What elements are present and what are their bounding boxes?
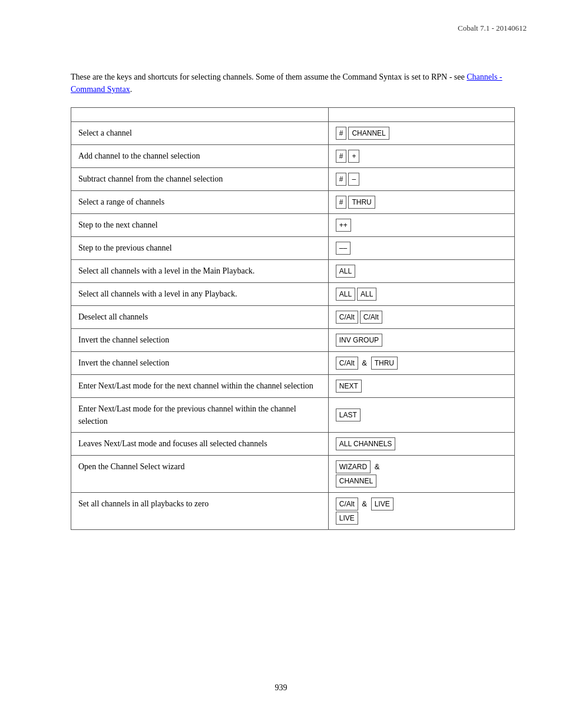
table-row: Select a channel#CHANNEL: [71, 122, 515, 145]
key-label: –: [348, 173, 359, 186]
key-label: ALL: [357, 288, 376, 301]
table-row: Step to the previous channel––: [71, 237, 515, 260]
row-keys: #CHANNEL: [328, 122, 514, 145]
table-row: Subtract channel from the channel select…: [71, 168, 515, 191]
key-label: THRU: [371, 357, 398, 370]
intro-text-end: .: [130, 85, 133, 94]
key-label: LAST: [336, 409, 361, 421]
table-row: Add channel to the channel selection#+: [71, 145, 515, 168]
key-label: #: [336, 196, 347, 209]
table-row: Leaves Next/Last mode and focuses all se…: [71, 433, 515, 456]
row-description: Step to the next channel: [71, 214, 329, 237]
table-row: Enter Next/Last mode for the next channe…: [71, 375, 515, 398]
row-keys: ALL: [328, 260, 514, 283]
row-description: Enter Next/Last mode for the next channe…: [71, 375, 329, 398]
row-description: Select a channel: [71, 122, 329, 145]
row-keys: #+: [328, 145, 514, 168]
table-row: Select all channels with a level in the …: [71, 260, 515, 283]
row-description: Select all channels with a level in any …: [71, 283, 329, 306]
key-label: +: [348, 150, 359, 163]
row-keys: C/AltC/Alt: [328, 306, 514, 329]
key-label: C/Alt: [336, 357, 358, 370]
key-separator: &: [360, 498, 369, 510]
table-row: Select all channels with a level in any …: [71, 283, 515, 306]
intro-text-before: These are the keys and shortcuts for sel…: [71, 73, 467, 81]
row-description: Set all channels in all playbacks to zer…: [71, 493, 329, 530]
row-keys: #THRU: [328, 191, 514, 214]
table-row: Set all channels in all playbacks to zer…: [71, 493, 515, 530]
key-label: CHANNEL: [348, 127, 389, 140]
row-keys: #–: [328, 168, 514, 191]
row-keys: NEXT: [328, 375, 514, 398]
key-label: ––: [336, 242, 351, 255]
row-description: Add channel to the channel selection: [71, 145, 329, 168]
key-label: ALL CHANNELS: [336, 437, 396, 450]
row-keys: ALLALL: [328, 283, 514, 306]
row-description: Select all channels with a level in the …: [71, 260, 329, 283]
page-header: Cobalt 7.1 - 20140612: [458, 24, 527, 33]
key-label: C/Alt: [336, 311, 358, 324]
table-row: Select a range of channels#THRU: [71, 191, 515, 214]
row-keys: ALL CHANNELS: [328, 433, 514, 456]
row-description: Leaves Next/Last mode and focuses all se…: [71, 433, 329, 456]
row-description: Deselect all channels: [71, 306, 329, 329]
page-content: These are the keys and shortcuts for sel…: [71, 71, 515, 530]
key-separator: &: [360, 357, 369, 369]
key-label: INV GROUP: [336, 334, 382, 347]
row-description: Invert the channel selection: [71, 329, 329, 352]
row-description: Open the Channel Select wizard: [71, 456, 329, 493]
row-keys: LAST: [328, 398, 514, 433]
row-keys: C/Alt & THRU: [328, 352, 514, 375]
row-description: Subtract channel from the channel select…: [71, 168, 329, 191]
page-number: 939: [0, 683, 562, 693]
row-description: Enter Next/Last mode for the previous ch…: [71, 398, 329, 433]
table-header-row: [71, 108, 515, 122]
header-title: Cobalt 7.1 - 20140612: [458, 24, 527, 32]
col-header-keys: [328, 108, 514, 122]
key-label: #: [336, 150, 347, 163]
key-label: WIZARD: [336, 460, 371, 473]
key-label: C/Alt: [336, 498, 358, 510]
row-keys: WIZARD & CHANNEL: [328, 456, 514, 493]
table-row: Invert the channel selectionC/Alt & THRU: [71, 352, 515, 375]
row-description: Step to the previous channel: [71, 237, 329, 260]
key-label: THRU: [348, 196, 375, 209]
key-label: CHANNEL: [336, 475, 376, 487]
row-description: Invert the channel selection: [71, 352, 329, 375]
row-keys: ++: [328, 214, 514, 237]
key-label: ++: [336, 219, 351, 232]
table-row: Step to the next channel++: [71, 214, 515, 237]
key-label: LIVE: [371, 498, 394, 510]
key-label: #: [336, 173, 347, 186]
key-label: C/Alt: [360, 311, 382, 324]
key-separator: &: [372, 461, 382, 473]
intro-paragraph: These are the keys and shortcuts for sel…: [71, 71, 515, 95]
key-label: ALL: [336, 288, 355, 301]
row-description: Select a range of channels: [71, 191, 329, 214]
table-row: Open the Channel Select wizardWIZARD & C…: [71, 456, 515, 493]
row-keys: C/Alt & LIVELIVE: [328, 493, 514, 530]
shortcuts-table: Select a channel#CHANNELAdd channel to t…: [71, 107, 515, 530]
key-label: ALL: [336, 265, 355, 278]
row-keys: ––: [328, 237, 514, 260]
col-header-description: [71, 108, 329, 122]
key-label: NEXT: [336, 380, 362, 393]
table-row: Deselect all channelsC/AltC/Alt: [71, 306, 515, 329]
key-label: LIVE: [336, 512, 358, 525]
table-row: Enter Next/Last mode for the previous ch…: [71, 398, 515, 433]
row-keys: INV GROUP: [328, 329, 514, 352]
key-label: #: [336, 127, 347, 140]
table-row: Invert the channel selectionINV GROUP: [71, 329, 515, 352]
